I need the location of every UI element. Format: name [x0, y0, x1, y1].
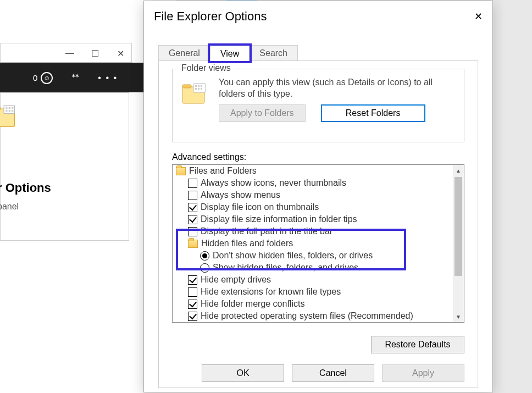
opt-show-hidden[interactable]: Show hidden files, folders, and drives [173, 262, 453, 274]
svg-rect-3 [5, 107, 7, 109]
reset-folders-button[interactable]: Reset Folders [321, 104, 425, 122]
dialog-title: File Explorer Options [154, 9, 267, 24]
bg-dark-toolbar: 0 ☺ ᕯ • • • [0, 63, 143, 92]
checkbox-icon[interactable] [188, 203, 197, 212]
svg-rect-8 [12, 110, 13, 112]
svg-rect-16 [198, 88, 199, 90]
tab-general[interactable]: General [158, 45, 210, 60]
folder-views-group: Folder views You can apply this view (su… [172, 69, 464, 142]
person-icon[interactable]: ᕯ [71, 73, 79, 84]
tree-label: Hide empty drives [201, 275, 271, 285]
svg-rect-5 [12, 107, 13, 109]
tree-label: Always show menus [201, 190, 280, 200]
tree-group-files-and-folders: Files and Folders [173, 165, 453, 177]
tree-group-hidden: Hidden files and folders [173, 237, 453, 250]
opt-display-icon-thumbnails[interactable]: Display file icon on thumbnails [173, 201, 453, 213]
tab-body: Folder views You can apply this view (su… [158, 60, 478, 388]
close-icon[interactable]: ✕ [115, 48, 126, 59]
scroll-thumb[interactable] [455, 177, 462, 276]
tree-label: Hide extensions for known file types [201, 287, 341, 297]
svg-rect-6 [5, 110, 7, 112]
badge-icon[interactable]: ☺ [41, 72, 53, 84]
opt-hide-extensions[interactable]: Hide extensions for known file types [173, 286, 453, 298]
radio-icon[interactable] [200, 251, 209, 261]
folder-icon [188, 240, 198, 248]
folder-views-legend: Folder views [178, 63, 234, 73]
minimize-icon[interactable]: — [64, 48, 75, 58]
opt-display-full-path[interactable]: Display the full path in the title bar [173, 225, 453, 237]
folder-options-icon [0, 104, 18, 129]
svg-rect-7 [9, 110, 10, 112]
advanced-settings-list: Files and Folders Always show icons, nev… [172, 164, 464, 323]
svg-rect-17 [201, 88, 202, 90]
file-explorer-options-dialog: File Explorer Options ✕ General View Sea… [143, 1, 493, 392]
tree-label: Files and Folders [189, 166, 257, 176]
svg-rect-4 [9, 107, 10, 109]
tree-label: Always show icons, never thumbnails [201, 178, 346, 188]
checkbox-icon[interactable] [188, 215, 197, 224]
ok-button[interactable]: OK [202, 364, 284, 382]
cancel-button[interactable]: Cancel [292, 364, 374, 382]
tab-view[interactable]: View [210, 46, 250, 61]
svg-rect-15 [195, 88, 197, 90]
bg-right-strip [492, 0, 532, 393]
folder-views-desc: You can apply this view (such as Details… [219, 77, 456, 100]
more-icon[interactable]: • • • [98, 73, 118, 83]
checkbox-icon[interactable] [188, 179, 197, 188]
tab-search[interactable]: Search [249, 45, 298, 60]
svg-rect-2 [4, 105, 15, 113]
opt-hide-protected-os-files[interactable]: Hide protected operating system files (R… [173, 310, 453, 322]
opt-display-size-tips[interactable]: Display file size information in folder … [173, 213, 453, 225]
opt-dont-show-hidden[interactable]: Don't show hidden files, folders, or dri… [173, 250, 453, 262]
checkbox-icon[interactable] [188, 227, 197, 236]
folder-icon [176, 167, 186, 175]
restore-defaults-button[interactable]: Restore Defaults [371, 336, 464, 353]
tree-label: Hide protected operating system files (R… [201, 311, 413, 321]
radio-icon[interactable] [200, 263, 209, 273]
bg-window-titlebar: — ☐ ✕ [0, 43, 132, 63]
dialog-titlebar: File Explorer Options ✕ [144, 1, 492, 32]
advanced-settings-label: Advanced settings: [172, 152, 246, 162]
checkbox-icon[interactable] [188, 287, 197, 297]
apply-to-folders-button[interactable]: Apply to Folders [219, 104, 306, 122]
scroll-down-icon[interactable]: ▼ [453, 311, 464, 322]
tree-label: Hidden files and folders [201, 239, 293, 248]
bg-options-subtitle: panel [0, 202, 19, 212]
checkbox-icon[interactable] [188, 300, 197, 309]
svg-rect-13 [198, 85, 199, 87]
close-icon[interactable]: ✕ [474, 10, 483, 23]
bg-dark-zero: 0 ☺ [33, 72, 53, 84]
tree-label: Hide folder merge conflicts [201, 299, 304, 309]
tree-label: Display file size information in folder … [201, 214, 357, 224]
apply-button[interactable]: Apply [382, 364, 464, 382]
opt-always-menus[interactable]: Always show menus [173, 189, 453, 201]
maximize-icon[interactable]: ☐ [90, 48, 101, 59]
tabs: General View Search [158, 42, 492, 60]
opt-always-icons[interactable]: Always show icons, never thumbnails [173, 177, 453, 189]
svg-rect-10 [182, 85, 191, 88]
folder-views-icon [181, 82, 208, 106]
checkbox-icon[interactable] [188, 191, 197, 200]
tree-label: Display the full path in the title bar [201, 226, 332, 236]
checkbox-icon[interactable] [188, 312, 197, 321]
svg-rect-14 [201, 85, 202, 87]
bg-side-panel: r Options panel [0, 92, 129, 241]
tree-label: Display file icon on thumbnails [201, 202, 319, 212]
opt-hide-empty-drives[interactable]: Hide empty drives [173, 274, 453, 286]
opt-hide-merge-conflicts[interactable]: Hide folder merge conflicts [173, 298, 453, 310]
tree-label: Don't show hidden files, folders, or dri… [213, 251, 373, 261]
bg-dark-zero-label: 0 [33, 73, 37, 82]
scrollbar[interactable]: ▲ ▼ [453, 165, 464, 322]
tree-label: Show hidden files, folders, and drives [213, 263, 358, 273]
svg-rect-12 [195, 85, 197, 87]
scroll-up-icon[interactable]: ▲ [453, 165, 464, 176]
checkbox-icon[interactable] [188, 275, 197, 285]
bg-options-title: r Options [0, 181, 51, 195]
svg-rect-1 [0, 107, 1, 110]
